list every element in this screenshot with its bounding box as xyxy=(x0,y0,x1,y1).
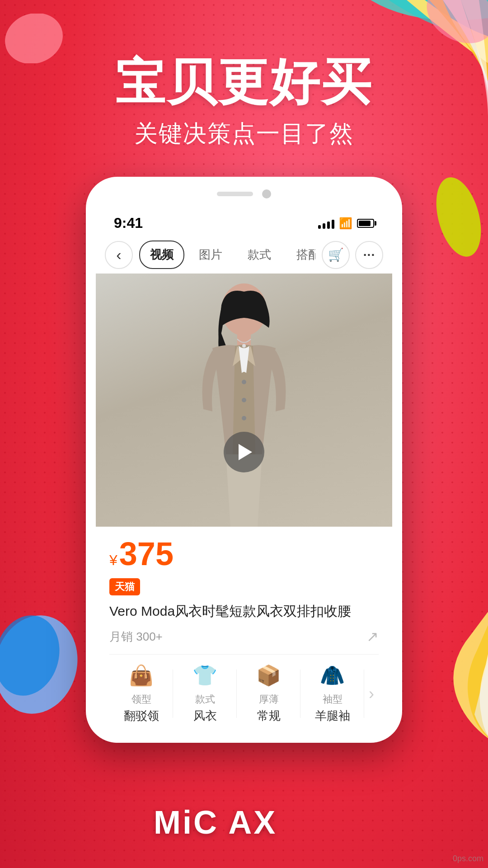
mic-ax-text: MiC AX xyxy=(154,804,277,840)
tab-match[interactable]: 搭配 xyxy=(286,241,315,269)
style-label: 款式 xyxy=(195,693,215,706)
tmall-badge: 天猫 xyxy=(109,578,140,595)
hero-title: 宝贝更好买 xyxy=(115,54,373,109)
back-icon: ‹ xyxy=(116,246,121,264)
back-button[interactable]: ‹ xyxy=(105,241,133,269)
tab-scroll-area: 视频 图片 款式 搭配 尺码 xyxy=(139,241,315,269)
sleeve-icon: 🧥 xyxy=(320,664,345,687)
nav-right-buttons: 🛒 ··· xyxy=(322,241,383,269)
hero-subtitle: 关键决策点一目了然 xyxy=(115,118,373,150)
hero-section: 宝贝更好买 关键决策点一目了然 xyxy=(115,54,373,150)
cart-button[interactable]: 🛒 xyxy=(322,241,350,269)
tab-style[interactable]: 款式 xyxy=(237,241,282,269)
svg-point-10 xyxy=(242,344,246,348)
play-icon xyxy=(239,444,252,460)
feature-collar[interactable]: 👜 领型 翻驳领 xyxy=(109,664,173,724)
product-info: ¥ 375 天猫 Vero Moda风衣时髦短款风衣双排扣收腰 月销 300+ … xyxy=(96,527,392,733)
phone-camera xyxy=(262,189,271,198)
blob-bottomleft xyxy=(0,610,81,719)
signal-icon xyxy=(318,218,334,229)
svg-point-0 xyxy=(5,14,63,63)
feature-thickness[interactable]: 📦 厚薄 常规 xyxy=(237,664,300,724)
blob-rightmid xyxy=(434,172,483,262)
collar-value: 翻驳领 xyxy=(124,708,159,724)
svg-point-2 xyxy=(434,172,483,261)
collar-label: 领型 xyxy=(131,693,151,706)
more-icon: ··· xyxy=(363,248,375,262)
battery-icon xyxy=(357,219,374,228)
nav-tabs: ‹ 视频 图片 款式 搭配 尺码 🛒 ··· xyxy=(96,236,392,274)
mic-ax-badge: MiC AX xyxy=(154,804,277,841)
sales-text: 月销 300+ xyxy=(109,629,163,645)
style-icon: 👕 xyxy=(192,664,217,687)
tab-video[interactable]: 视频 xyxy=(139,241,184,269)
svg-point-7 xyxy=(242,380,246,384)
thickness-icon: 📦 xyxy=(256,664,281,687)
svg-point-8 xyxy=(242,398,246,402)
watermark: 0ps.com xyxy=(453,854,483,863)
more-button[interactable]: ··· xyxy=(355,241,383,269)
feature-style[interactable]: 👕 款式 风衣 xyxy=(173,664,237,724)
phone-speaker xyxy=(217,192,253,196)
play-button[interactable] xyxy=(224,432,264,472)
share-button[interactable]: ↗ xyxy=(366,628,379,645)
price-value: 375 xyxy=(119,538,174,570)
price-row: ¥ 375 xyxy=(109,538,379,570)
model-figure xyxy=(96,274,392,527)
product-title: Vero Moda风衣时髦短款风衣双排扣收腰 xyxy=(109,602,351,621)
phone-screen: 9:41 📶 xyxy=(96,207,392,733)
model-photo xyxy=(96,274,392,527)
status-bar: 9:41 📶 xyxy=(96,207,392,236)
feature-arrow[interactable]: › xyxy=(364,684,379,703)
phone-outer: 9:41 📶 xyxy=(86,177,402,743)
blob-topleft xyxy=(5,14,63,63)
feature-sleeve[interactable]: 🧥 袖型 羊腿袖 xyxy=(300,664,364,724)
thickness-value: 常规 xyxy=(257,708,281,724)
blob-bottomright xyxy=(393,606,488,741)
phone-top-bar xyxy=(96,189,392,198)
status-time: 9:41 xyxy=(114,215,143,231)
feature-tags: 👜 领型 翻驳领 👕 款式 风衣 📦 厚薄 常规 xyxy=(109,654,379,724)
product-title-row: 天猫 Vero Moda风衣时髦短款风衣双排扣收腰 xyxy=(109,578,379,621)
price-symbol: ¥ xyxy=(109,552,117,569)
phone-mockup: 9:41 📶 xyxy=(86,177,402,743)
cart-icon: 🛒 xyxy=(328,247,344,262)
collar-icon: 👜 xyxy=(129,664,154,687)
status-icons: 📶 xyxy=(318,217,374,230)
wifi-icon: 📶 xyxy=(339,217,352,230)
svg-point-9 xyxy=(242,416,246,420)
style-value: 风衣 xyxy=(193,708,217,724)
sales-row: 月销 300+ ↗ xyxy=(109,628,379,645)
tab-photo[interactable]: 图片 xyxy=(188,241,233,269)
thickness-label: 厚薄 xyxy=(259,693,279,706)
product-image[interactable] xyxy=(96,274,392,527)
sleeve-label: 袖型 xyxy=(323,693,343,706)
arrow-right-icon: › xyxy=(369,684,374,703)
sleeve-value: 羊腿袖 xyxy=(315,708,350,724)
